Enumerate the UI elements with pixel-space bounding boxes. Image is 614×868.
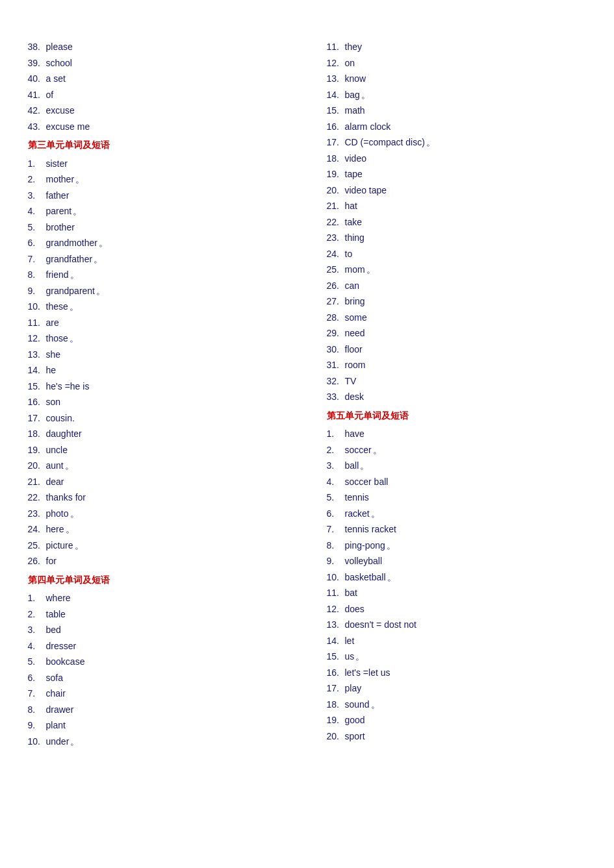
list-item: 6.grandmother 。 <box>28 235 288 251</box>
item-number: 19. <box>28 442 46 458</box>
item-number: 7. <box>327 521 345 538</box>
item-dot: 。 <box>371 506 380 522</box>
item-number: 32. <box>327 373 345 390</box>
item-text: those <box>46 330 68 347</box>
columns-container: 38.please39.school40.a set41.of42.excuse… <box>28 39 587 749</box>
item-text: drawer <box>46 702 74 718</box>
list-item: 1.have <box>327 426 587 442</box>
item-text: to <box>345 246 353 262</box>
list-item: 16.son <box>28 394 288 410</box>
item-number: 8. <box>28 267 46 283</box>
list-item: 3.bed <box>28 622 288 638</box>
item-text: can <box>345 278 360 294</box>
item-number: 10. <box>28 299 46 315</box>
item-number: 16. <box>28 394 46 410</box>
item-number: 11. <box>327 585 345 601</box>
item-text: on <box>345 55 355 71</box>
item-number: 16. <box>327 119 345 135</box>
item-number: 40. <box>28 71 46 87</box>
item-number: 5. <box>327 490 345 506</box>
item-text: they <box>345 39 362 55</box>
list-item: 13.doesn't = dost not <box>327 617 587 633</box>
item-number: 21. <box>28 474 46 490</box>
list-item: 6.sofa <box>28 670 288 686</box>
item-text: daughter <box>46 426 82 442</box>
list-item: 17.CD (=compact disc) 。 <box>327 134 587 151</box>
item-dot: 。 <box>387 538 396 554</box>
item-text: thing <box>345 230 365 246</box>
list-item: 3.ball 。 <box>327 458 587 474</box>
item-text: for <box>46 553 57 569</box>
item-text: tennis <box>345 490 369 506</box>
item-text: son <box>46 394 61 410</box>
item-dot: 。 <box>99 235 108 251</box>
item-number: 22. <box>28 490 46 506</box>
item-text: she <box>46 347 61 363</box>
item-text: picture <box>46 538 73 554</box>
item-number: 2. <box>327 442 345 458</box>
item-text: TV <box>345 373 357 390</box>
item-number: 17. <box>327 680 345 697</box>
item-number: 8. <box>327 538 345 554</box>
item-number: 3. <box>28 622 46 638</box>
list-item: 43.excuse me <box>28 119 288 135</box>
list-item: 38.please <box>28 39 288 55</box>
list-item: 25.mom 。 <box>327 262 587 278</box>
item-dot: 。 <box>70 330 79 347</box>
item-text: basketball <box>345 569 386 586</box>
list-item: 4.soccer ball <box>327 474 587 490</box>
item-dot: 。 <box>371 697 380 713</box>
item-number: 11. <box>28 315 46 331</box>
list-item: 9.volleyball <box>327 553 587 569</box>
item-text: friend <box>46 267 69 283</box>
list-item: 2.mother 。 <box>28 171 288 188</box>
item-number: 7. <box>28 686 46 702</box>
list-item: 7.grandfather 。 <box>28 251 288 267</box>
item-number: 39. <box>28 55 46 71</box>
list-item: 40.a set <box>28 71 288 87</box>
list-item: 18.daughter <box>28 426 288 442</box>
list-item: 20.aunt 。 <box>28 458 288 474</box>
list-item: 11.bat <box>327 585 587 601</box>
item-text: bookcase <box>46 654 85 670</box>
item-dot: 。 <box>361 87 370 103</box>
list-item: 39.school <box>28 55 288 71</box>
section-header: 第三单元单词及短语 <box>28 137 288 153</box>
item-text: soccer <box>345 442 372 458</box>
item-number: 16. <box>327 665 345 681</box>
item-text: some <box>345 310 367 326</box>
item-text: hat <box>345 198 357 214</box>
item-dot: 。 <box>70 267 79 283</box>
item-text: he <box>46 362 57 378</box>
item-text: chair <box>46 686 66 702</box>
item-text: ping-pong <box>345 538 385 554</box>
item-number: 14. <box>28 362 46 378</box>
item-number: 18. <box>327 151 345 167</box>
item-number: 26. <box>327 278 345 294</box>
item-text: soccer ball <box>345 474 389 490</box>
item-number: 17. <box>28 410 46 427</box>
list-item: 10.these 。 <box>28 299 288 315</box>
item-dot: 。 <box>355 649 365 665</box>
item-dot: 。 <box>426 134 435 151</box>
item-number: 10. <box>327 569 345 586</box>
item-number: 6. <box>28 235 46 251</box>
left-column: 38.please39.school40.a set41.of42.excuse… <box>28 39 288 749</box>
item-number: 25. <box>28 538 46 554</box>
item-text: tennis racket <box>345 521 396 538</box>
list-item: 2.table <box>28 606 288 623</box>
list-item: 7.tennis racket <box>327 521 587 538</box>
list-item: 20.video tape <box>327 182 587 199</box>
list-item: 29.need <box>327 325 587 341</box>
item-text: room <box>345 357 366 373</box>
item-text: bed <box>46 622 61 638</box>
item-number: 20. <box>327 182 345 199</box>
item-text: CD (=compact disc) <box>345 134 425 151</box>
item-number: 19. <box>327 166 345 182</box>
item-text: are <box>46 315 59 331</box>
item-number: 22. <box>327 214 345 230</box>
list-item: 22.thanks for <box>28 490 288 506</box>
list-item: 26.can <box>327 278 587 294</box>
list-item: 9.grandparent 。 <box>28 283 288 299</box>
item-number: 28. <box>327 310 345 326</box>
